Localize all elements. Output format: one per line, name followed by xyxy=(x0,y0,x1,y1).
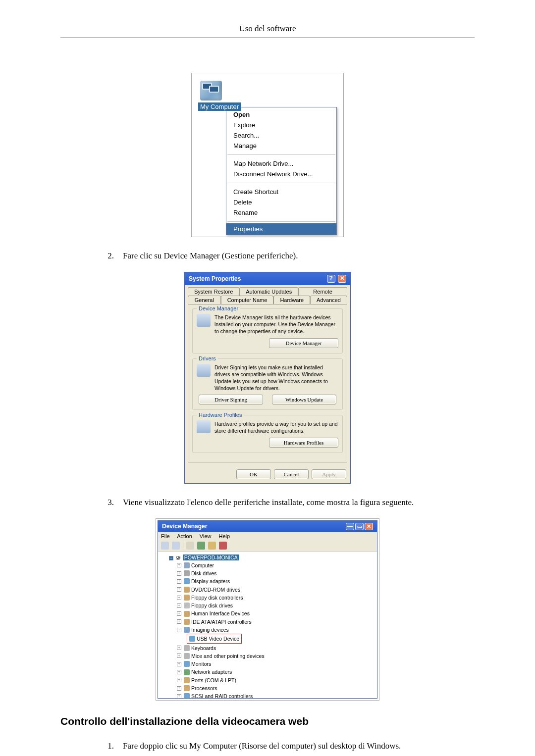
forward-icon[interactable] xyxy=(172,542,180,550)
menu-properties[interactable]: Properties xyxy=(226,223,336,235)
node-hid[interactable]: +Human Interface Devices xyxy=(177,609,374,617)
tab-strip: System Restore Automatic Updates Remote … xyxy=(185,285,350,304)
page: Uso del software My Computer Open Explor… xyxy=(0,0,535,756)
device-tree: − 🖳 POWERPOD-MONICA +Computer +Disk driv… xyxy=(158,552,377,698)
window-title: Device Manager xyxy=(162,523,207,530)
tab-advanced[interactable]: Advanced xyxy=(310,296,347,304)
step-text: Fare clic su Device Manager (Gestione pe… xyxy=(123,251,475,261)
menu-separator xyxy=(227,221,335,222)
tab-computer-name[interactable]: Computer Name xyxy=(221,296,274,304)
node-floppy-controllers[interactable]: +Floppy disk controllers xyxy=(177,594,374,602)
menu-file[interactable]: File xyxy=(161,533,170,539)
help-button[interactable]: ? xyxy=(327,275,335,283)
menu-action[interactable]: Action xyxy=(177,533,192,539)
node-scsi[interactable]: +SCSI and RAID controllers xyxy=(177,692,374,698)
highlight-usb-video[interactable]: USB Video Device xyxy=(187,634,242,644)
group-text: The Device Manager lists all the hardwar… xyxy=(214,314,338,335)
dialog-footer: OK Cancel Apply xyxy=(185,465,350,483)
node-mice[interactable]: +Mice and other pointing devices xyxy=(177,652,374,660)
ok-button[interactable]: OK xyxy=(236,469,271,479)
menu-create-shortcut[interactable]: Create Shortcut xyxy=(226,187,336,197)
windows-update-button[interactable]: Windows Update xyxy=(272,395,336,404)
tab-system-restore[interactable]: System Restore xyxy=(188,287,239,296)
menu-manage[interactable]: Manage xyxy=(226,141,336,151)
back-icon[interactable] xyxy=(161,542,169,550)
node-ports[interactable]: +Ports (COM & LPT) xyxy=(177,676,374,684)
node-floppy-drives[interactable]: +Floppy disk drives xyxy=(177,602,374,609)
dialog-titlebar: System Properties ? ✕ xyxy=(185,272,350,285)
figure-system-properties: System Properties ? ✕ System Restore Aut… xyxy=(60,272,475,484)
refresh-icon[interactable] xyxy=(197,542,205,550)
node-dvd-cdrom[interactable]: +DVD/CD-ROM drives xyxy=(177,586,374,594)
group-drivers: Drivers Driver Signing lets you make sur… xyxy=(192,358,343,410)
my-computer-label: My Computer xyxy=(198,102,241,111)
menu-separator xyxy=(227,154,335,155)
device-manager-button[interactable]: Device Manager xyxy=(269,338,338,348)
group-label: Device Manager xyxy=(197,305,240,311)
step-2: 2. Fare clic su Device Manager (Gestione… xyxy=(101,251,475,261)
menu-view[interactable]: View xyxy=(200,533,212,539)
node-computer[interactable]: +Computer xyxy=(177,561,374,569)
system-properties-dialog: System Properties ? ✕ System Restore Aut… xyxy=(184,272,351,484)
group-label: Drivers xyxy=(197,355,218,361)
driver-signing-button[interactable]: Driver Signing xyxy=(199,395,263,404)
section-heading: Controllo dell'installazione della video… xyxy=(60,715,475,727)
menu-delete[interactable]: Delete xyxy=(226,197,336,207)
step-1b: 1. Fare doppio clic su My Computer (Riso… xyxy=(101,741,475,751)
step-number: 3. xyxy=(101,498,114,507)
tab-remote[interactable]: Remote xyxy=(298,287,347,296)
group-hardware-profiles: Hardware Profiles Hardware profiles prov… xyxy=(192,415,343,453)
group-label: Hardware Profiles xyxy=(197,412,244,418)
device-manager-icon xyxy=(197,314,211,327)
maximize-button[interactable]: ▭ xyxy=(355,523,364,530)
close-button[interactable]: ✕ xyxy=(338,275,346,283)
toolbar xyxy=(158,540,377,552)
node-disk-drives[interactable]: +Disk drives xyxy=(177,569,374,577)
step-number: 2. xyxy=(101,251,114,261)
list-icon[interactable] xyxy=(186,542,194,550)
properties-icon[interactable] xyxy=(208,542,216,550)
menu-search[interactable]: Search... xyxy=(226,130,336,141)
hardware-profiles-button[interactable]: Hardware Profiles xyxy=(269,438,338,448)
menu-disconnect-drive[interactable]: Disconnect Network Drive... xyxy=(226,169,336,179)
node-ide[interactable]: +IDE ATA/ATAPI controllers xyxy=(177,618,374,626)
menu-bar: File Action View Help xyxy=(158,532,377,540)
group-text: Hardware profiles provide a way for you … xyxy=(214,420,338,434)
group-text: Driver Signing lets you make sure that i… xyxy=(214,364,338,392)
cancel-button[interactable]: Cancel xyxy=(274,469,309,479)
node-processors[interactable]: +Processors xyxy=(177,684,374,692)
group-device-manager: Device Manager The Device Manager lists … xyxy=(192,308,343,353)
minimize-button[interactable]: — xyxy=(346,523,354,530)
figure-device-manager: Device Manager — ▭ ✕ File Action View He… xyxy=(60,518,475,701)
apply-button[interactable]: Apply xyxy=(312,469,346,479)
step-number: 1. xyxy=(101,741,114,751)
context-menu: Open Explore Search... Manage Map Networ… xyxy=(226,107,337,235)
step-text: Fare doppio clic su My Computer (Risorse… xyxy=(123,741,475,751)
tab-general[interactable]: General xyxy=(188,296,221,304)
node-keyboards[interactable]: +Keyboards xyxy=(177,644,374,652)
scan-icon[interactable] xyxy=(219,542,227,550)
hardware-profiles-icon xyxy=(197,420,211,433)
close-button[interactable]: ✕ xyxy=(365,523,373,530)
tab-hardware[interactable]: Hardware xyxy=(273,296,310,304)
page-header: Uso del software xyxy=(60,20,475,38)
menu-separator xyxy=(227,183,335,183)
tab-automatic-updates[interactable]: Automatic Updates xyxy=(239,287,298,296)
node-monitors[interactable]: +Monitors xyxy=(177,660,374,668)
tree-root[interactable]: − 🖳 POWERPOD-MONICA +Computer +Disk driv… xyxy=(169,554,374,698)
node-display-adapters[interactable]: +Display adapters xyxy=(177,577,374,585)
figure-contextmenu: My Computer Open Explore Search... Manag… xyxy=(60,73,475,237)
window-titlebar: Device Manager — ▭ ✕ xyxy=(158,521,377,532)
dialog-title: System Properties xyxy=(189,275,241,282)
my-computer-icon[interactable] xyxy=(200,81,222,101)
node-imaging[interactable]: −Imaging devices xyxy=(177,626,374,634)
device-manager-window: Device Manager — ▭ ✕ File Action View He… xyxy=(158,520,377,699)
menu-rename[interactable]: Rename xyxy=(226,207,336,218)
menu-help[interactable]: Help xyxy=(219,533,230,539)
menu-explore[interactable]: Explore xyxy=(226,120,336,130)
menu-map-drive[interactable]: Map Network Drive... xyxy=(226,158,336,169)
node-network[interactable]: +Network adapters xyxy=(177,668,374,676)
step-3: 3. Viene visualizzato l'elenco delle per… xyxy=(101,498,475,507)
menu-open[interactable]: Open xyxy=(226,109,336,120)
drivers-icon xyxy=(197,364,211,377)
